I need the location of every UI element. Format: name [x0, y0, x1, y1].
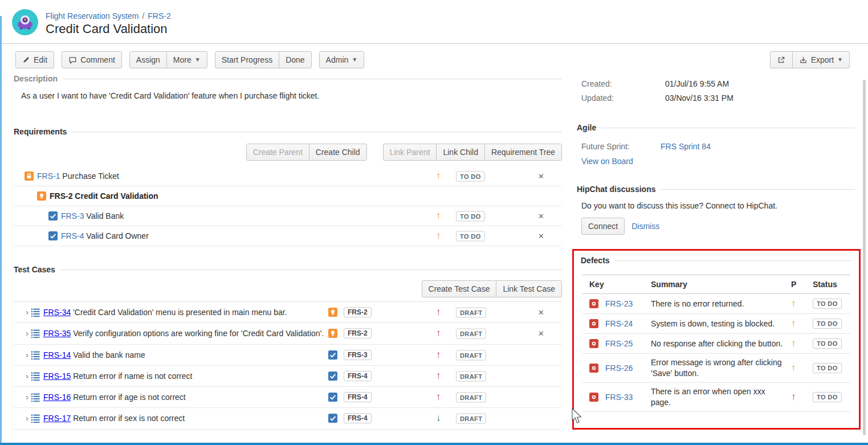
- defect-summary: No response after clicking the button.: [651, 338, 791, 349]
- chevron-right-icon[interactable]: ›: [26, 371, 28, 381]
- priority-up-red-icon: ↑: [436, 307, 441, 318]
- test-case-row-frs-15: ›FRS-15 Return error if name is not corr…: [14, 366, 562, 387]
- linked-requirement-badge[interactable]: FRS-2: [344, 307, 372, 317]
- test-cases-table: ›FRS-34 'Credit Card Validation' menu is…: [14, 301, 562, 430]
- test-case-row-frs-35: ›FRS-35 Verify configuration options are…: [14, 323, 562, 344]
- view-on-board-link[interactable]: View on Board: [581, 157, 633, 166]
- breadcrumb-issue-link[interactable]: FRS-2: [148, 11, 170, 21]
- admin-dropdown-button[interactable]: Admin▼: [319, 51, 365, 68]
- link-parent-button[interactable]: Link Parent: [383, 144, 437, 161]
- test-case-key-link[interactable]: FRS-17: [43, 414, 71, 423]
- test-case-key-link[interactable]: FRS-15: [43, 371, 71, 381]
- test-case-row-frs-16: ›FRS-16 Return error if age is not corre…: [14, 387, 562, 408]
- test-case-key-link[interactable]: FRS-35: [43, 329, 71, 338]
- more-dropdown-button[interactable]: More▼: [166, 51, 207, 68]
- test-case-key-link[interactable]: FRS-16: [43, 393, 71, 402]
- test-case-key-link[interactable]: FRS-34: [43, 308, 71, 317]
- defect-key-link[interactable]: FRS-24: [605, 319, 633, 328]
- defect-key-link[interactable]: FRS-33: [605, 393, 633, 402]
- linked-requirement-badge[interactable]: FRS-2: [344, 328, 372, 338]
- breadcrumb-project-link[interactable]: Flight Reservation System: [46, 11, 138, 21]
- hipchat-connect-button[interactable]: Connect: [581, 218, 625, 235]
- done-button[interactable]: Done: [279, 51, 311, 68]
- window-edge-bottom: [0, 443, 868, 445]
- edit-button[interactable]: Edit: [15, 51, 54, 68]
- test-case-icon: [31, 329, 40, 338]
- priority-up-orange-icon: ↑: [791, 362, 813, 374]
- bug-icon: [589, 299, 598, 308]
- chevron-right-icon[interactable]: ›: [26, 307, 28, 317]
- test-case-summary: Valid the bank name: [73, 350, 145, 360]
- chevron-right-icon[interactable]: ›: [26, 350, 28, 360]
- remove-link-icon[interactable]: ✕: [538, 172, 544, 181]
- linked-requirement-badge[interactable]: FRS-3: [344, 350, 372, 360]
- priority-up-red-icon: ↑: [791, 391, 813, 403]
- status-lozenge: DRAFT: [456, 329, 486, 339]
- future-sprint-row: Future Sprint: FRS Sprint 84: [581, 140, 855, 154]
- defects-col-priority: P: [791, 280, 813, 289]
- linked-requirement-badge[interactable]: FRS-4: [344, 392, 372, 402]
- create-test-case-button[interactable]: Create Test Case: [422, 280, 497, 297]
- updated-value: 03/Nov/16 3:31 PM: [665, 91, 733, 105]
- defect-key-link[interactable]: FRS-23: [605, 299, 633, 308]
- defect-summary: System is down, testing is blocked.: [651, 319, 791, 329]
- linked-requirement: FRS-4: [328, 413, 372, 423]
- assign-button[interactable]: Assign: [129, 51, 167, 68]
- sprint-link[interactable]: FRS Sprint 84: [661, 142, 711, 151]
- test-case-key-link[interactable]: FRS-14: [43, 350, 71, 360]
- created-label: Created:: [581, 77, 665, 91]
- requirement-key-link[interactable]: FRS-3: [61, 211, 84, 221]
- defect-key-link[interactable]: FRS-25: [605, 339, 633, 348]
- defect-summary: There is no error returned.: [651, 299, 791, 309]
- requirement-key-link[interactable]: FRS-1: [37, 172, 60, 181]
- remove-link-icon[interactable]: ✕: [538, 308, 544, 317]
- linked-requirement: FRS-4: [328, 392, 372, 402]
- requirements-tree-table: FRS-1 Purchase Ticket ↑TO DO✕ FRS-2 Cred…: [14, 166, 562, 246]
- create-parent-button[interactable]: Create Parent: [246, 144, 309, 161]
- link-child-button[interactable]: Link Child: [436, 144, 484, 161]
- status-lozenge: TO DO: [813, 392, 842, 402]
- share-button[interactable]: [770, 51, 793, 68]
- test-case-summary: Return error if name is not correct: [73, 371, 192, 381]
- chevron-right-icon[interactable]: ›: [26, 413, 28, 423]
- priority-up-orange-icon: ↑: [436, 170, 441, 182]
- status-lozenge: TO DO: [813, 338, 842, 349]
- test-case-icon: [31, 414, 40, 423]
- remove-link-icon[interactable]: ✕: [538, 212, 544, 221]
- status-lozenge: TO DO: [813, 319, 842, 329]
- linked-requirement-badge[interactable]: FRS-4: [344, 371, 372, 381]
- test-case-summary: 'Credit Card Validation' menu is present…: [73, 308, 287, 317]
- status-lozenge: TO DO: [456, 172, 485, 182]
- defect-key-link[interactable]: FRS-26: [605, 364, 633, 373]
- remove-link-icon[interactable]: ✕: [538, 232, 544, 240]
- chevron-right-icon[interactable]: ›: [26, 328, 28, 338]
- check-icon: [328, 371, 337, 381]
- caret-down-icon: ▼: [195, 57, 201, 63]
- comment-button[interactable]: Comment: [62, 51, 122, 68]
- remove-link-icon[interactable]: ✕: [538, 329, 544, 338]
- bug-icon: [589, 339, 598, 348]
- vertical-scrollbar[interactable]: [863, 80, 866, 435]
- status-lozenge: TO DO: [813, 299, 842, 309]
- requirement-key-link[interactable]: FRS-4: [61, 231, 84, 240]
- breadcrumb: Flight Reservation System/FRS-2: [46, 11, 171, 21]
- chevron-right-icon[interactable]: ›: [26, 392, 28, 402]
- hipchat-dismiss-link[interactable]: Dismiss: [631, 222, 659, 231]
- test-case-icon: [31, 308, 40, 317]
- linked-requirement: FRS-2: [328, 328, 372, 338]
- create-child-button[interactable]: Create Child: [309, 144, 367, 161]
- priority-up-red-icon: ↑: [436, 391, 441, 403]
- mouse-cursor: [571, 408, 584, 425]
- export-dropdown-button[interactable]: Export▼: [792, 51, 850, 68]
- linked-requirement-badge[interactable]: FRS-4: [344, 413, 372, 423]
- description-text: As a user I want to have 'Credit Card Va…: [21, 91, 562, 100]
- start-progress-button[interactable]: Start Progress: [215, 51, 279, 68]
- agile-section-heading: Agile: [577, 123, 855, 132]
- requirement-tree-button[interactable]: Requirement Tree: [484, 144, 562, 161]
- priority-up-red-icon: ↑: [436, 370, 441, 382]
- status-lozenge: TO DO: [813, 363, 842, 373]
- hipchat-prompt-text: Do you want to discuss this issue? Conne…: [581, 201, 855, 210]
- link-test-case-button[interactable]: Link Test Case: [496, 280, 562, 297]
- check-icon: [48, 231, 58, 240]
- caret-down-icon: ▼: [837, 57, 843, 63]
